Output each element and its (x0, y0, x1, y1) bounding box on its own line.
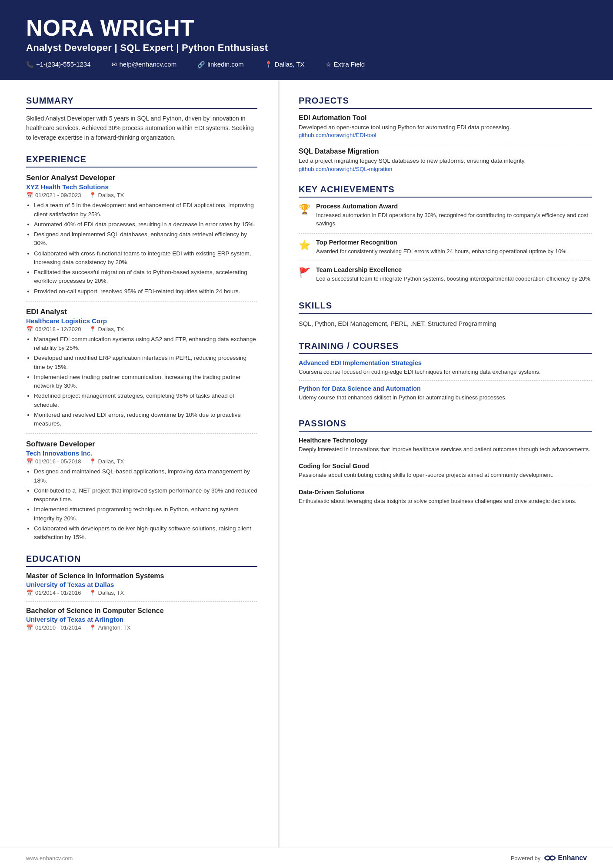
location-icon-2: 📍 (89, 326, 96, 332)
list-item: Collaborated with cross-functional teams… (34, 249, 257, 267)
passion-1-title: Healthcare Technology (299, 437, 592, 444)
degree-2-name: Bachelor of Science in Computer Science (26, 607, 257, 615)
list-item: Provided on-call support, resolved 95% o… (34, 287, 257, 296)
experience-title: EXPERIENCE (26, 154, 257, 168)
job-2: EDI Analyst Healthcare Logistics Corp 📅 … (26, 308, 257, 429)
job-1-location: 📍 Dallas, TX (89, 192, 124, 198)
job-3-company: Tech Innovations Inc. (26, 449, 257, 457)
passion-2-title: Coding for Social Good (299, 462, 592, 469)
list-item: Automated 40% of EDI data processes, res… (34, 220, 257, 229)
project-2-link: github.com/norawright/SQL-migration (299, 166, 592, 172)
list-item: Collaborated with developers to deliver … (34, 524, 257, 542)
list-item: Implemented structured programming techn… (34, 505, 257, 523)
project-2-desc: Led a project migrating legacy SQL datab… (299, 157, 592, 165)
candidate-name: NORA WRIGHT (26, 16, 587, 40)
skills-title: SKILLS (299, 301, 592, 314)
training-1-text: Coursera course focused on cutting-edge … (299, 368, 592, 376)
divider-edu-1 (26, 601, 257, 602)
project-divider-1 (299, 143, 592, 143)
list-item: Designed and maintained SQL-based applic… (34, 467, 257, 485)
degree-2: Bachelor of Science in Computer Science … (26, 607, 257, 631)
phone-icon: 📞 (26, 61, 33, 68)
degree-2-date: 📅 01/2010 - 01/2014 (26, 624, 81, 631)
star-icon: ☆ (326, 61, 331, 68)
location-icon-1: 📍 (89, 192, 96, 198)
degree-1-date: 📅 01/2014 - 01/2016 (26, 590, 81, 596)
email-icon: ✉ (112, 61, 117, 68)
job-2-meta: 📅 06/2018 - 12/2020 📍 Dallas, TX (26, 326, 257, 332)
passion-2-text: Passionate about contributing coding ski… (299, 471, 592, 479)
passion-1-text: Deeply interested in innovations that im… (299, 445, 592, 454)
passion-3-title: Data-Driven Solutions (299, 489, 592, 496)
enhancv-symbol (544, 854, 556, 862)
degree-1-school: University of Texas at Dallas (26, 581, 257, 588)
extra-field-contact: ☆ Extra Field (326, 60, 365, 68)
candidate-title: Analyst Developer | SQL Expert | Python … (26, 42, 587, 54)
project-1-link: github.com/norawright/EDI-tool (299, 132, 592, 138)
passion-3: Data-Driven Solutions Enthusiastic about… (299, 489, 592, 510)
passions-title: PASSIONS (299, 419, 592, 432)
training-2: Python for Data Science and Automation U… (299, 385, 592, 406)
flag-icon: 🚩 (299, 267, 311, 283)
achievement-3: 🚩 Team Leadership Excellence Led a succe… (299, 266, 592, 288)
summary-title: SUMMARY (26, 96, 257, 109)
divider-1 (26, 301, 257, 302)
list-item: Managed EDI communication systems using … (34, 335, 257, 353)
job-1-date: 📅 01/2021 - 09/2023 (26, 192, 81, 198)
job-3-bullets: Designed and maintained SQL-based applic… (26, 467, 257, 542)
location-value: Dallas, TX (275, 60, 305, 68)
email-value: help@enhancv.com (120, 60, 177, 68)
phone-value: +1-(234)-555-1234 (36, 60, 91, 68)
passion-3-text: Enthusiastic about leveraging data insig… (299, 497, 592, 506)
training-2-text: Udemy course that enhanced skillset in P… (299, 393, 592, 402)
project-2: SQL Database Migration Led a project mig… (299, 147, 592, 172)
star-filled-icon: ⭐ (299, 240, 311, 256)
left-column: SUMMARY Skilled Analyst Developer with 5… (0, 80, 278, 848)
location-icon-3: 📍 (89, 458, 96, 465)
job-2-date: 📅 06/2018 - 12/2020 (26, 326, 81, 332)
passion-2: Coding for Social Good Passionate about … (299, 462, 592, 484)
job-3-date: 📅 01/2016 - 05/2018 (26, 458, 81, 465)
job-3-title: Software Developer (26, 440, 257, 449)
calendar-icon-5: 📅 (26, 624, 33, 631)
job-1: Senior Analyst Developer XYZ Health Tech… (26, 174, 257, 296)
projects-title: PROJECTS (299, 96, 592, 109)
calendar-icon: 📅 (26, 192, 33, 198)
calendar-icon-2: 📅 (26, 326, 33, 332)
calendar-icon-4: 📅 (26, 590, 33, 596)
summary-text: Skilled Analyst Developer with 5 years i… (26, 114, 257, 142)
email-contact: ✉ help@enhancv.com (112, 60, 177, 68)
training-title: TRAINING / COURSES (299, 341, 592, 354)
job-3-meta: 📅 01/2016 - 05/2018 📍 Dallas, TX (26, 458, 257, 465)
achievement-3-title: Team Leadership Excellence (316, 266, 592, 273)
summary-section: SUMMARY Skilled Analyst Developer with 5… (26, 96, 257, 142)
projects-section: PROJECTS EDI Automation Tool Developed a… (299, 96, 592, 172)
header-section: NORA WRIGHT Analyst Developer | SQL Expe… (0, 0, 613, 80)
achievement-3-content: Team Leadership Excellence Led a success… (316, 266, 592, 283)
list-item: Implemented new trading partner communic… (34, 373, 257, 391)
project-1-title: EDI Automation Tool (299, 114, 592, 122)
footer-brand: Powered by Enhancv (511, 854, 587, 862)
passion-1: Healthcare Technology Deeply interested … (299, 437, 592, 459)
degree-1-meta: 📅 01/2014 - 01/2016 📍 Dallas, TX (26, 590, 257, 596)
divider-2 (26, 433, 257, 434)
degree-1-name: Master of Science in Information Systems (26, 572, 257, 580)
degree-2-meta: 📅 01/2010 - 01/2014 📍 Arlington, TX (26, 624, 257, 631)
achievements-section: KEY ACHIEVEMENTS 🏆 Process Automation Aw… (299, 184, 592, 288)
skills-text: SQL, Python, EDI Management, PERL, .NET,… (299, 319, 592, 329)
list-item: Facilitated the successful migration of … (34, 268, 257, 286)
location-icon-5: 📍 (89, 624, 96, 631)
location-contact: 📍 Dallas, TX (265, 60, 305, 68)
header-contacts: 📞 +1-(234)-555-1234 ✉ help@enhancv.com 🔗… (26, 59, 587, 68)
job-2-company: Healthcare Logistics Corp (26, 317, 257, 325)
degree-2-location: 📍 Arlington, TX (89, 624, 131, 631)
achievement-2: ⭐ Top Performer Recognition Awarded for … (299, 239, 592, 261)
job-1-bullets: Led a team of 5 in the development and e… (26, 201, 257, 296)
training-2-title: Python for Data Science and Automation (299, 385, 592, 392)
extra-field-value: Extra Field (334, 60, 365, 68)
degree-1: Master of Science in Information Systems… (26, 572, 257, 596)
footer-website: www.enhancv.com (26, 855, 73, 861)
achievement-3-text: Led a successful team to integrate Pytho… (316, 275, 592, 283)
education-title: EDUCATION (26, 554, 257, 567)
achievement-1-text: Increased automation in EDI operations b… (316, 211, 592, 228)
